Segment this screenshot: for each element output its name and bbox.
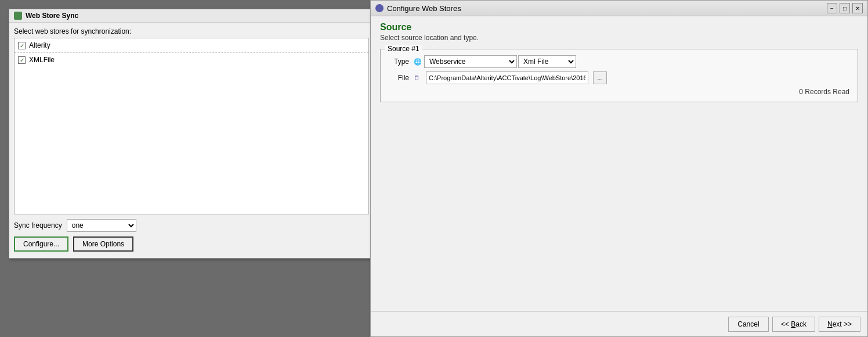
file-label: File xyxy=(389,74,409,82)
web-store-sync-panel: Web Store Sync Select web stores for syn… xyxy=(9,9,374,259)
panel-icon xyxy=(14,12,22,20)
globe-icon xyxy=(375,4,384,12)
source-subtitle: Select source location and type. xyxy=(380,34,858,42)
right-panel-body: Source Select source location and type. … xyxy=(371,16,867,310)
right-panel-title: Configure Web Stores xyxy=(387,4,461,13)
file-icon: 🗒 xyxy=(414,74,420,81)
next-button[interactable]: Next >> xyxy=(819,317,860,332)
left-panel-title: Web Store Sync xyxy=(26,12,78,20)
store-checkbox-alterity[interactable]: ✓ xyxy=(18,42,26,49)
right-panel-footer: Cancel << Back Next >> xyxy=(371,311,867,336)
next-label: Next >> xyxy=(827,320,852,328)
more-options-button[interactable]: More Options xyxy=(73,236,133,252)
store-name-alterity: Alterity xyxy=(29,41,50,49)
minimize-button[interactable]: − xyxy=(827,3,837,13)
file-row: File 🗒 ... xyxy=(389,71,849,84)
source-title: Source xyxy=(380,22,858,33)
records-read: 0 Records Read xyxy=(389,88,849,96)
right-panel-titlebar: Configure Web Stores − □ ✕ xyxy=(371,1,867,16)
window-controls: − □ ✕ xyxy=(827,3,863,13)
type-select[interactable]: Webservice xyxy=(424,55,517,68)
source-group-legend: Source #1 xyxy=(385,45,422,53)
back-label: << Back xyxy=(781,320,806,328)
type-row: Type 🌐 Webservice Xml File xyxy=(389,55,849,68)
store-name-xmlfile: XMLFile xyxy=(29,56,55,64)
select-stores-label: Select web stores for synchronization: xyxy=(14,27,369,35)
type-label: Type xyxy=(389,58,409,66)
browse-button[interactable]: ... xyxy=(593,71,607,84)
sync-frequency-row: Sync frequency one xyxy=(14,219,369,232)
cancel-button[interactable]: Cancel xyxy=(728,317,769,332)
store-checkbox-xmlfile[interactable]: ✓ xyxy=(18,56,26,64)
store-item-alterity[interactable]: ✓ Alterity xyxy=(15,38,368,53)
back-button[interactable]: << Back xyxy=(772,317,815,332)
buttons-row: Configure... More Options xyxy=(14,236,369,252)
right-panel-title-group: Configure Web Stores xyxy=(375,4,461,13)
webservice-icon: 🌐 xyxy=(414,58,422,66)
configure-button[interactable]: Configure... xyxy=(14,236,68,252)
source-group: Source #1 Type 🌐 Webservice Xml File Fil… xyxy=(380,49,858,102)
store-list: ✓ Alterity ✓ XMLFile xyxy=(14,38,369,214)
sync-frequency-select[interactable]: one xyxy=(67,219,136,232)
left-panel-titlebar: Web Store Sync xyxy=(9,9,374,23)
file-path-input[interactable] xyxy=(426,71,588,84)
sync-frequency-label: Sync frequency xyxy=(14,221,62,230)
type-select-secondary[interactable]: Xml File xyxy=(518,55,576,68)
store-item-xmlfile[interactable]: ✓ XMLFile xyxy=(15,53,368,67)
type-select-wrapper: 🌐 Webservice Xml File xyxy=(414,55,576,68)
left-panel-content: Select web stores for synchronization: ✓… xyxy=(9,23,374,256)
configure-web-stores-panel: Configure Web Stores − □ ✕ Source Select… xyxy=(370,0,868,337)
restore-button[interactable]: □ xyxy=(840,3,850,13)
close-button[interactable]: ✕ xyxy=(852,3,863,13)
